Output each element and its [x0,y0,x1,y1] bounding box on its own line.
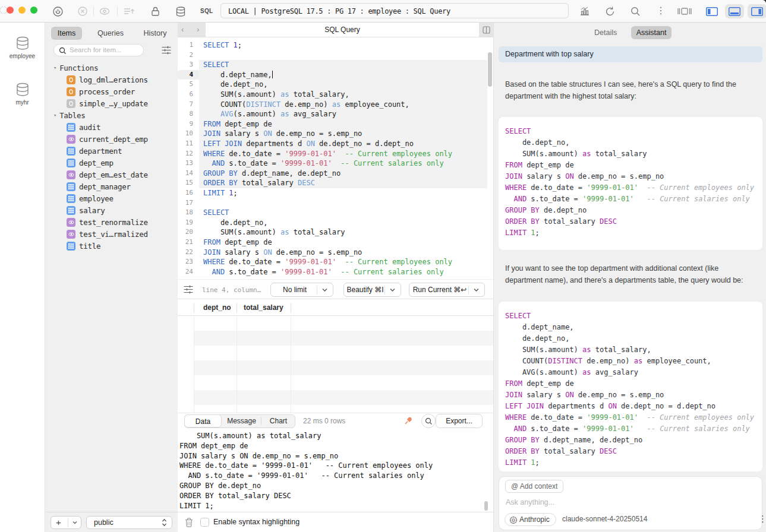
editor-line-19[interactable]: 19 de.dept_no, [178,218,493,228]
refresh-icon[interactable] [604,6,616,17]
editor-line-24[interactable]: 24 AND s.to_date = '9999-01-01' -- Curre… [178,267,493,277]
database-icon[interactable] [175,6,186,17]
beautify-button[interactable]: Beautify ⌘I [343,283,401,297]
split-editor-button[interactable] [479,23,493,37]
search-results-button[interactable] [421,414,436,428]
schema-select[interactable]: public [86,516,172,529]
sidebar-item-dept-emp[interactable]: dept_emp [45,157,178,169]
run-current-button[interactable]: Run Current ⌘↩ [409,283,485,297]
eye-icon[interactable] [99,6,111,17]
sidebar-item-simple-y-update[interactable]: simple_…y_update [45,97,178,109]
editor-line-15[interactable]: 15ORDER BY total_salary DESC [178,178,493,188]
add-item-button[interactable]: + [51,516,81,529]
pin-icon[interactable] [403,416,414,426]
syntax-highlighting-checkbox[interactable] [200,518,209,527]
assistant-code-block-2[interactable]: SELECT d.dept_name, de.dept_no, SUM(s.am… [499,302,762,471]
sidebar-item-current-dept-emp[interactable]: current_dept_emp [45,133,178,145]
sql-editor[interactable]: 1SELECT 1;23SELECT4 d.dept_name,5 de.dep… [178,37,493,279]
editor-line-1[interactable]: 1SELECT 1; [178,40,493,50]
limit-dropdown[interactable]: No limit [270,283,333,297]
segment-data[interactable]: Data [184,414,222,428]
sidebar-item-dept-manager[interactable]: dept_manager [45,180,178,192]
editor-line-7[interactable]: 7 COUNT(DISTINCT de.emp_no) as employee_… [178,100,493,110]
editor-tab-title[interactable]: SQL Query [206,23,479,37]
window-layout-icon[interactable] [677,6,692,17]
more-options-icon[interactable]: ⋮ [656,5,666,16]
add-context-chip[interactable]: @ Add context [505,480,563,493]
tab-items[interactable]: Items [51,27,82,40]
editor-line-9[interactable]: 9FROM dept_emp de [178,119,493,129]
sidebar-item-log-dml-erations[interactable]: log_dml…erations [45,74,178,86]
sidebar-item-process-order[interactable]: process_order [45,86,178,97]
chart-icon[interactable] [579,6,591,17]
connection-icon[interactable] [52,6,64,17]
results-grid[interactable]: dept_no total_salary [178,299,493,413]
editor-line-17[interactable]: 17 [178,198,493,208]
sidebar-item-test-renormalize[interactable]: test_renormalize [45,216,178,228]
sidebar-item-department[interactable]: department [45,145,178,157]
toggle-left-panel-button[interactable] [702,4,721,18]
editor-line-5[interactable]: 5 de.dept_no, [178,80,493,90]
lock-icon[interactable] [150,6,160,17]
search-icon[interactable] [630,6,641,17]
forward-icon[interactable]: › [197,25,199,34]
connection-employee[interactable]: employee [0,36,45,59]
segment-message[interactable]: Message [222,415,261,428]
filter-icon[interactable] [161,45,172,55]
editor-line-18[interactable]: 18SELECT [178,208,493,218]
close-window-button[interactable] [7,7,14,14]
provider-name: Anthropic [519,515,550,524]
segment-chart[interactable]: Chart [261,415,295,428]
tree-header-tables[interactable]: ▾Tables [45,109,178,121]
sidebar-item-salary[interactable]: salary [45,204,178,216]
tab-queries[interactable]: Queries [93,27,128,40]
log-export-icon[interactable] [122,6,135,17]
editor-line-14[interactable]: 14GROUP BY d.dept_name, de.dept_no [178,169,493,179]
minimize-window-button[interactable] [18,7,26,14]
connection-myhr[interactable]: myhr [0,82,45,106]
editor-line-4[interactable]: 4 d.dept_name, [178,70,493,80]
disconnect-icon[interactable] [77,6,88,17]
assistant-code-block-1[interactable]: SELECT de.dept_no, SUM(s.amount) as tota… [499,117,762,250]
sidebar-item-audit[interactable]: audit [45,121,178,133]
editor-line-3[interactable]: 3SELECT [178,60,493,70]
editor-line-2[interactable]: 2 [178,50,493,61]
zoom-window-button[interactable] [30,7,37,14]
editor-line-13[interactable]: 13 AND s.to_date = '9999-01-01' -- Curre… [178,159,493,169]
column-header-dept-no[interactable]: dept_no [203,303,231,312]
sidebar-item-title[interactable]: title [45,240,178,252]
editor-scrollbar[interactable] [488,52,492,87]
editor-settings-icon[interactable] [183,284,194,294]
trash-icon[interactable] [184,517,194,528]
toggle-right-panel-button[interactable] [748,4,766,18]
tree-header-functions[interactable]: ▾Functions [45,62,178,74]
provider-pill[interactable]: Anthropic [505,513,556,526]
editor-line-8[interactable]: 8 AVG(s.amount) as avg_salary [178,109,493,119]
search-input[interactable]: Search for item... [53,44,144,56]
assistant-input-card[interactable]: @ Add context Ask anything... Anthropic … [499,476,762,530]
column-header-total-salary[interactable]: total_salary [244,303,283,312]
editor-line-10[interactable]: 10JOIN salary s ON de.emp_no = s.emp_no [178,129,493,139]
toggle-bottom-panel-button[interactable] [725,4,744,18]
editor-line-23[interactable]: 23WHERE de.to_date = '9999-01-01' -- Cur… [178,257,493,267]
export-button[interactable]: Export... [436,414,483,428]
editor-line-20[interactable]: 20 SUM(s.amount) as total_salary [178,227,493,238]
message-panel[interactable]: SUM(s.amount) as total_salary FROM dept_… [178,429,493,512]
editor-line-11[interactable]: 11LEFT JOIN departments d ON de.dept_no … [178,139,493,149]
sidebar-item-test-vi-rmalized[interactable]: test_vi…rmalized [45,228,178,240]
editor-line-22[interactable]: 22JOIN salary s ON de.emp_no = s.emp_no [178,248,493,258]
tab-assistant[interactable]: Assistant [631,26,672,39]
connection-title-box[interactable]: LOCAL | PostgreSQL 17.5 : PG 17 : employ… [220,3,569,18]
editor-line-21[interactable]: 21FROM dept_emp de [178,238,493,248]
back-icon[interactable]: ‹ [181,25,184,34]
message-scrollbar[interactable] [484,501,488,511]
sidebar-item-employee[interactable]: employee [45,192,178,204]
sidebar-item-dept-em-est-date[interactable]: dept_em…est_date [45,169,178,180]
tab-history[interactable]: History [138,27,172,40]
editor-line-12[interactable]: 12WHERE de.to_date = '9999-01-01' -- Cur… [178,149,493,159]
more-options-icon[interactable]: ⋮ [758,514,766,524]
editor-line-16[interactable]: 16LIMIT 1; [178,188,493,198]
conversation-title-banner[interactable]: Department with top salary [499,46,762,62]
tab-details[interactable]: Details [594,28,617,37]
editor-line-6[interactable]: 6 SUM(s.amount) as total_salary, [178,90,493,100]
